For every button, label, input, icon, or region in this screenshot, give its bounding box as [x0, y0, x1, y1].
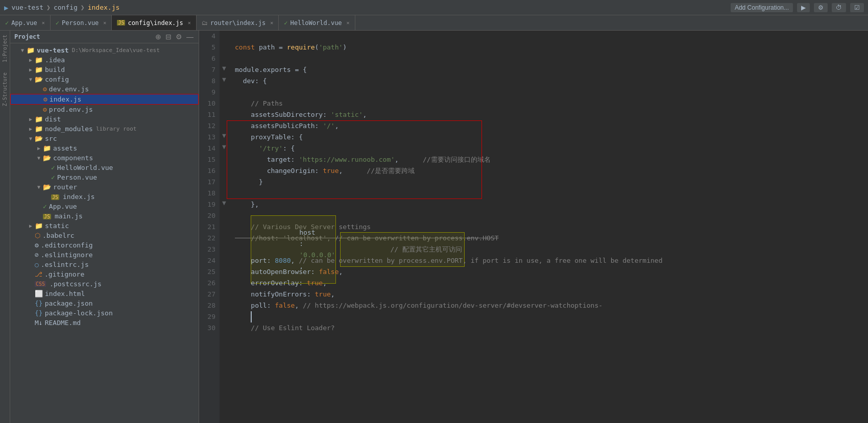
tree-gitignore[interactable]: ▶ ⎇ .gitignore — [10, 269, 199, 279]
indent — [235, 132, 251, 143]
code-text: , — [395, 154, 399, 165]
structure-panel-tab[interactable]: Z-Structure — [2, 72, 8, 106]
expand-arrow-assets[interactable]: ▶ — [35, 145, 43, 151]
code-line-4 — [235, 31, 868, 42]
tree-eslintrc-js[interactable]: ▶ ○ .eslintrc.js — [10, 260, 199, 269]
tree-dist[interactable]: ▶ 📁 dist — [10, 114, 199, 124]
tab-label: router\index.js — [210, 19, 266, 27]
tree-app-vue[interactable]: ▶ ✓ App.vue — [10, 202, 199, 211]
expand-arrow-dist[interactable]: ▶ — [27, 116, 35, 122]
router-tab-icon: 🗂 — [202, 19, 208, 27]
line-num-14: 14 — [203, 143, 215, 154]
tree-src[interactable]: ▼ 📂 src — [10, 134, 199, 143]
fold-icon-14[interactable]: ▼ — [220, 143, 229, 154]
expand-arrow-node[interactable]: ▶ — [27, 126, 35, 132]
code-text: : — [315, 165, 323, 177]
editor-area: 4 5 6 7 8 9 10 11 12 13 14 15 16 17 18 1… — [199, 31, 868, 423]
gutter: ▼ ▼ ▼ ▼ ▼ — [220, 31, 229, 423]
tree-router-index-js[interactable]: ▶ JS index.js — [10, 192, 199, 202]
code-text — [235, 76, 243, 87]
code-text: } — [259, 177, 263, 188]
tree-index-js-selected[interactable]: ▶ ⚙ index.js — [10, 94, 199, 105]
tab-close-person-vue[interactable]: ✕ — [103, 20, 106, 26]
tree-readme-md[interactable]: ▶ M↓ README.md — [10, 318, 199, 328]
code-line-23: host : '0.0.0.0' , // 配置其它主机可访问 — [235, 244, 868, 255]
tree-item-label: .editorconfig — [41, 241, 93, 249]
tab-helloworld-vue[interactable]: ✓ HelloWorld.vue ✕ — [279, 15, 355, 30]
tree-postcssrc-js[interactable]: ▶ CSS .postcssrc.js — [10, 279, 199, 289]
tab-close-helloworld[interactable]: ✕ — [347, 20, 350, 26]
tab-close-config-index[interactable]: ✕ — [188, 20, 191, 26]
expand-arrow-idea[interactable]: ▶ — [27, 57, 35, 63]
string-path: 'path' — [319, 42, 343, 53]
prop-notify-on-errors: notifyOnErrors — [251, 289, 307, 300]
tree-eslintignore[interactable]: ▶ ⊘ .eslintignore — [10, 250, 199, 260]
git-icon: ⎇ — [35, 270, 42, 278]
tree-root-vue-test[interactable]: ▼ 📁 vue-test D:\Workspace_Idea\vue-test — [10, 45, 199, 55]
code-line-10: // Paths — [235, 98, 868, 109]
close-sidebar-button[interactable]: — — [185, 33, 195, 41]
tree-config[interactable]: ▼ 📂 config — [10, 74, 199, 84]
fold-icon-7[interactable]: ▼ — [220, 64, 229, 76]
tree-package-json[interactable]: ▶ {} package.json — [10, 298, 199, 308]
tree-helloworld-vue[interactable]: ▶ ✓ HelloWorld.vue — [10, 163, 199, 172]
project-panel-tab[interactable]: 1:Project — [2, 35, 8, 62]
tree-dev-env-js[interactable]: ▶ ⚙ dev.env.js — [10, 84, 199, 94]
tree-person-vue[interactable]: ▶ ✓ Person.vue — [10, 172, 199, 182]
tree-item-label: components — [53, 154, 93, 162]
tab-label: config\index.js — [128, 19, 183, 27]
code-line-14: '/try' : { — [235, 143, 868, 154]
tree-package-lock-json[interactable]: ▶ {} package-lock.json — [10, 308, 199, 318]
tree-build[interactable]: ▶ 📁 build — [10, 65, 199, 74]
tab-label: HelloWorld.vue — [290, 19, 342, 27]
expand-arrow-static[interactable]: ▶ — [27, 223, 35, 229]
coverage-button[interactable]: ☑ — [850, 3, 864, 12]
tree-assets[interactable]: ▶ 📁 assets — [10, 143, 199, 153]
debug-button[interactable]: ⚙ — [814, 3, 828, 12]
run-button[interactable]: ▶ — [797, 3, 810, 12]
code-line-26: errorOverlay : true , — [235, 278, 868, 289]
tree-prod-env-js[interactable]: ▶ ⚙ prod.env.js — [10, 105, 199, 114]
tree-babelrc[interactable]: ▶ ⬡ .babelrc — [10, 231, 199, 240]
code-text: : { — [291, 132, 303, 143]
fold-icon-13[interactable]: ▼ — [220, 132, 229, 143]
tree-node-modules[interactable]: ▶ 📁 node_modules library root — [10, 124, 199, 134]
tree-index-html[interactable]: ▶ ⬜ index.html — [10, 289, 199, 298]
expand-arrow-root[interactable]: ▼ — [18, 47, 27, 53]
tree-router[interactable]: ▼ 📂 router — [10, 182, 199, 192]
comment-eslint: // Use Eslint Loader? — [251, 322, 334, 334]
comment-poll: // https://webpack.js.org/configuration/… — [303, 300, 602, 311]
prop-error-overlay: errorOverlay — [251, 278, 299, 289]
expand-arrow-src[interactable]: ▼ — [27, 136, 35, 141]
code-editor[interactable]: 4 5 6 7 8 9 10 11 12 13 14 15 16 17 18 1… — [199, 31, 868, 423]
code-content[interactable]: const path = require ( 'path' ) module.e… — [229, 31, 868, 423]
tab-close-router-index[interactable]: ✕ — [270, 20, 273, 26]
collapse-button[interactable]: ⊟ — [164, 33, 173, 41]
fold-icon-8[interactable]: ▼ — [220, 76, 229, 87]
expand-arrow-router[interactable]: ▼ — [35, 184, 43, 190]
tab-close-app-vue[interactable]: ✕ — [42, 20, 45, 26]
tree-editorconfig[interactable]: ▶ ⚙ .editorconfig — [10, 240, 199, 250]
add-configuration-button[interactable]: Add Configuration... — [731, 3, 793, 12]
tab-config-index-js[interactable]: JS config\index.js ✕ — [112, 15, 196, 30]
tree-main-js[interactable]: ▶ JS main.js — [10, 211, 199, 221]
tree-idea[interactable]: ▶ 📁 .idea — [10, 55, 199, 65]
code-line-9 — [235, 87, 868, 98]
expand-arrow-components[interactable]: ▼ — [35, 155, 43, 161]
tab-person-vue[interactable]: ✓ Person.vue ✕ — [51, 15, 112, 30]
settings-button[interactable]: ⚙ — [175, 33, 183, 41]
expand-arrow-build[interactable]: ▶ — [27, 67, 35, 72]
sync-button[interactable]: ⊕ — [154, 33, 162, 41]
expand-arrow-config[interactable]: ▼ — [27, 77, 35, 82]
profile-button[interactable]: ⏱ — [832, 3, 846, 12]
tree-static[interactable]: ▶ 📁 static — [10, 221, 199, 231]
tree-components[interactable]: ▼ 📂 components — [10, 153, 199, 163]
prop-port: port — [251, 255, 267, 266]
json-icon: {} — [35, 300, 43, 307]
bool-true: true — [315, 289, 331, 300]
fold-icon-19[interactable]: ▼ — [220, 199, 229, 210]
tree-item-label: dist — [45, 115, 61, 123]
tab-app-vue[interactable]: ✓ App.vue ✕ — [0, 15, 51, 30]
tab-router-index-js[interactable]: 🗂 router\index.js ✕ — [197, 15, 279, 30]
line-num-12: 12 — [203, 120, 215, 132]
